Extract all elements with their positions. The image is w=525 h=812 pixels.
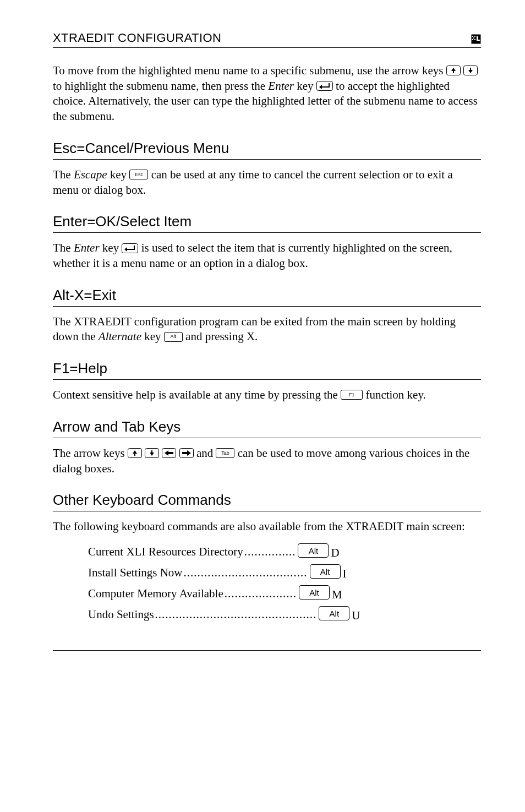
text: The arrow keys [53, 446, 128, 460]
enter-keycap-icon [316, 81, 333, 91]
text: Context sensitive help is available at a… [53, 388, 341, 401]
text: key [102, 241, 122, 254]
section-rule [53, 438, 481, 438]
text-italic: Enter [74, 241, 100, 254]
enter-paragraph: The Enter key is used to select the item… [53, 241, 481, 271]
section-rule [53, 511, 481, 511]
other-intro: The following keyboard commands are also… [53, 519, 481, 535]
svg-rect-11 [122, 243, 138, 253]
section-head-esc: Esc=Cancel/Previous Menu [53, 140, 481, 157]
alt-keycap-icon: Alt [319, 606, 349, 620]
shortcut-row: Install Settings Now ...................… [88, 565, 481, 580]
shortcut-key: Alt U [319, 607, 360, 622]
arrow-up-keycap-icon [128, 448, 142, 458]
svg-rect-4 [472, 39, 473, 40]
page-logo-icon [471, 34, 481, 44]
shortcut-row: Undo Settings ..........................… [88, 607, 481, 622]
shortcut-dots: ........................................… [155, 608, 317, 622]
section-rule [53, 232, 481, 233]
section-rule [53, 306, 481, 307]
shortcut-label: Current XLI Resources Directory [88, 545, 243, 559]
intro-paragraph: To move from the highlighted menu name t… [53, 63, 481, 124]
arrows-paragraph: The arrow keys and Tab can be used to mo… [53, 446, 481, 476]
shortcut-letter: D [331, 546, 339, 560]
shortcut-letter: M [332, 588, 342, 602]
text: key [297, 79, 316, 92]
svg-rect-6 [477, 36, 478, 41]
esc-paragraph: The Escape key Esc can be used at any ti… [53, 167, 481, 198]
text: The [53, 241, 74, 254]
section-rule [53, 379, 481, 380]
svg-rect-3 [473, 37, 474, 39]
shortcut-key: Alt M [299, 586, 342, 601]
text: key [144, 330, 164, 343]
f1-keycap-icon: F1 [341, 390, 363, 400]
shortcut-letter: U [352, 609, 360, 623]
shortcut-label: Computer Memory Available [88, 587, 223, 601]
arrow-down-keycap-icon [463, 66, 478, 75]
text-italic: Enter [268, 79, 294, 92]
text-italic: Alternate [99, 330, 141, 343]
section-rule [53, 159, 481, 160]
section-head-altx: Alt-X=Exit [53, 287, 481, 304]
shortcut-letter: I [343, 567, 347, 581]
footer-rule [53, 650, 481, 651]
shortcut-row: Current XLI Resources Directory ........… [88, 544, 481, 559]
text: To move from the highlighted menu name t… [53, 64, 446, 77]
arrow-up-keycap-icon [446, 66, 461, 75]
text-italic: Escape [74, 168, 107, 181]
enter-keycap-icon [122, 243, 138, 253]
svg-rect-7 [478, 40, 480, 41]
shortcut-row: Computer Memory Available ..............… [88, 586, 481, 601]
section-head-f1: F1=Help [53, 360, 481, 377]
section-head-other: Other Keyboard Commands [53, 492, 481, 509]
section-head-arrows: Arrow and Tab Keys [53, 418, 481, 435]
shortcut-list: Current XLI Resources Directory ........… [88, 544, 481, 622]
f1-paragraph: Context sensitive help is available at a… [53, 388, 481, 403]
alt-keycap-icon: Alt [164, 332, 183, 342]
shortcut-dots: ............... [244, 545, 296, 559]
text: function key. [365, 388, 425, 401]
shortcut-key: Alt I [310, 565, 347, 580]
arrow-left-keycap-icon [162, 448, 176, 458]
svg-rect-5 [474, 39, 475, 40]
text: The [53, 168, 74, 181]
text: to highlight the submenu name, then pres… [53, 79, 268, 92]
arrow-right-keycap-icon [179, 448, 194, 458]
shortcut-label: Undo Settings [88, 608, 154, 622]
page: XTRAEDIT CONFIGURATION To move from the … [0, 0, 525, 690]
shortcut-dots: ..................... [225, 587, 297, 601]
svg-rect-2 [474, 36, 475, 37]
svg-rect-1 [472, 36, 473, 37]
shortcut-dots: .................................... [184, 566, 308, 580]
esc-keycap-icon: Esc [129, 170, 148, 179]
running-head: XTRAEDIT CONFIGURATION [53, 31, 481, 48]
running-head-title: XTRAEDIT CONFIGURATION [53, 31, 221, 45]
svg-rect-10 [316, 81, 332, 90]
text: and [196, 446, 216, 460]
section-head-enter: Enter=OK/Select Item [53, 213, 481, 230]
shortcut-key: Alt D [298, 544, 339, 559]
text: key [110, 168, 130, 181]
arrow-down-keycap-icon [145, 448, 159, 458]
tab-keycap-icon: Tab [216, 448, 234, 458]
alt-keycap-icon: Alt [299, 585, 330, 600]
altx-paragraph: The XTRAEDIT configuration program can b… [53, 314, 481, 345]
alt-keycap-icon: Alt [298, 543, 329, 558]
text: and pressing X. [185, 330, 258, 343]
alt-keycap-icon: Alt [310, 564, 341, 579]
shortcut-label: Install Settings Now [88, 566, 183, 580]
